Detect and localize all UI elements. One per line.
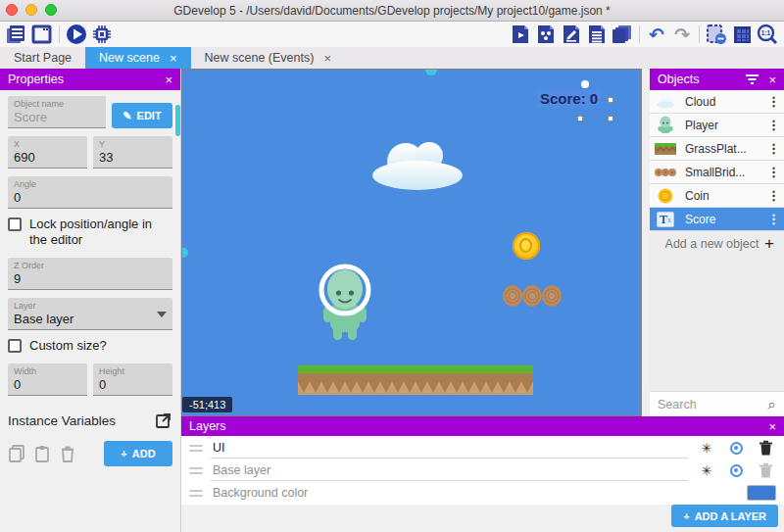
add-variable-button[interactable]: + ADD [104,441,172,466]
window-mask-button[interactable] [704,23,729,46]
project-manager-button[interactable] [4,23,29,46]
zoom-window-button[interactable] [45,4,57,16]
text-x: x [667,217,671,224]
height-value: 0 [99,377,167,393]
drag-handle-icon[interactable] [189,445,203,452]
rotate-handle[interactable] [581,80,589,88]
object-row-grassplatform[interactable]: GrassPlat... ⋮ [650,137,784,161]
objects-editor-button[interactable] [508,23,533,46]
filter-icon[interactable] [746,74,759,84]
layers-editor-button[interactable] [610,23,635,46]
object-menu-icon[interactable]: ⋮ [767,94,780,109]
close-icon[interactable]: × [165,73,172,87]
z-order-value: 9 [14,271,167,287]
play-preview-button[interactable] [64,23,89,46]
start-page-button[interactable] [29,23,55,46]
redo-button[interactable]: ↷ [669,23,695,46]
coin-sprite[interactable] [513,232,540,260]
object-row-score[interactable]: T x Score ⋮ [650,208,784,231]
grid-button[interactable] [729,23,755,46]
tab-new-scene-events[interactable]: New scene (Events) × [191,47,345,69]
object-menu-icon[interactable]: ⋮ [767,212,780,226]
add-new-object-label: Add a new object [660,237,764,251]
trash-icon[interactable] [59,445,76,462]
object-row-player[interactable]: Player ⋮ [650,114,784,137]
coin-inner-ring [519,238,532,253]
window-title: GDevelop 5 - /Users/david/Documents/GDev… [0,4,784,18]
object-menu-icon[interactable]: ⋮ [767,188,780,203]
object-menu-icon[interactable]: ⋮ [767,141,780,156]
layer-row-base: Base layer ✳ [181,459,784,482]
layer-name-input[interactable]: Base layer [211,460,688,481]
z-order-field[interactable]: Z Order 9 [8,258,172,290]
object-menu-icon[interactable]: ⋮ [767,165,780,179]
small-bridge-icon [654,168,677,177]
lock-position-checkbox[interactable] [8,218,22,231]
small-bridge-sprite[interactable] [503,285,562,307]
properties-scrollbar-thumb[interactable] [175,105,180,136]
search-input[interactable] [658,398,768,411]
tab-close-icon[interactable]: × [323,51,331,66]
object-name: SmallBrid... [685,166,767,179]
custom-size-checkbox[interactable] [8,339,22,353]
instances-list-button[interactable] [584,23,610,46]
close-window-button[interactable] [6,4,18,16]
width-field[interactable]: Width 0 [8,363,87,396]
layer-effects-icon[interactable]: ✳ [696,441,717,456]
chevron-down-icon [157,312,167,317]
object-row-smallbridge[interactable]: SmallBrid... ⋮ [650,161,784,184]
player-sprite[interactable] [318,264,372,342]
tab-close-icon[interactable]: × [170,51,177,66]
score-text-instance[interactable]: Score: 0 [538,90,600,107]
object-row-coin[interactable]: Coin ⋮ [650,184,784,208]
edit-object-button[interactable]: ✎ EDIT [112,103,172,128]
minimize-window-button[interactable] [25,4,37,16]
layer-visibility-button[interactable] [725,442,747,455]
grass-platform-sprite[interactable] [298,365,533,395]
delete-layer-icon[interactable] [755,440,776,456]
open-in-new-icon[interactable] [155,411,172,429]
close-icon[interactable]: × [768,419,776,434]
zoom-original-button[interactable]: 1:1 [755,23,780,46]
drag-handle-icon[interactable] [189,467,203,474]
scene-properties-button[interactable] [559,23,584,46]
layer-visibility-button[interactable] [725,464,747,477]
resize-handle-corner[interactable] [608,116,613,121]
add-layer-button[interactable]: + ADD A LAYER [671,505,778,527]
x-position-field[interactable]: X 690 [8,136,87,169]
drag-handle-icon[interactable] [189,490,203,497]
scene-canvas[interactable]: Score: 0 -51;413 [181,69,642,416]
grid-icon [734,26,751,43]
resize-handle-right[interactable] [608,97,613,103]
angle-field[interactable]: Angle 0 [8,176,172,209]
close-icon[interactable]: × [768,73,776,87]
start-page-icon [31,24,53,44]
paste-icon[interactable] [33,445,51,462]
tab-start-page[interactable]: Start Page [0,47,85,69]
add-new-object-button[interactable]: Add a new object + [650,231,784,257]
height-field[interactable]: Height 0 [93,363,172,396]
canvas-hscroll-thumb[interactable] [425,69,437,75]
cloud-sprite[interactable] [370,136,465,191]
canvas-vscroll-thumb[interactable] [181,248,188,258]
object-menu-icon[interactable]: ⋮ [767,118,780,132]
layer-name-input[interactable]: UI [211,438,688,459]
y-position-field[interactable]: Y 33 [93,136,172,169]
object-groups-button[interactable] [533,23,559,46]
layer-effects-icon[interactable]: ✳ [696,463,717,478]
y-value: 33 [99,150,167,166]
log-circle [522,285,542,307]
object-row-cloud[interactable]: Cloud ⋮ [650,90,784,114]
player-icon [654,116,677,135]
tab-new-scene[interactable]: New scene × [85,47,190,69]
resize-handle-bottom[interactable] [577,116,583,121]
undo-button[interactable]: ↶ [644,23,669,46]
copy-icon[interactable] [8,445,25,462]
objects-search-box: ⌕ [650,391,784,416]
canvas-scrollbar-track[interactable] [642,69,650,416]
angle-label: Angle [14,179,167,190]
debugger-button[interactable] [89,23,115,46]
plus-icon: + [764,234,774,254]
layer-select[interactable]: Layer Base layer [8,298,172,330]
background-color-swatch[interactable] [747,485,776,501]
